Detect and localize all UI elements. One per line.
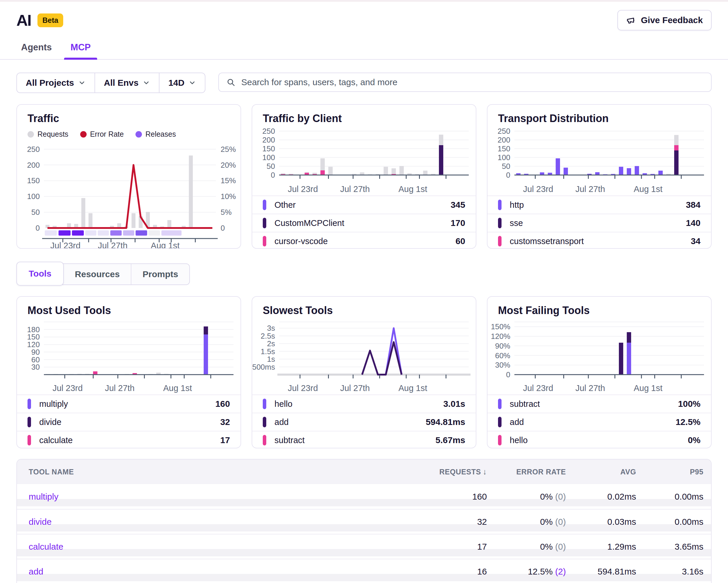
svg-text:100: 100 <box>262 153 275 162</box>
most-used-tools-legend-row-calculate[interactable]: calculate17 <box>17 431 240 448</box>
p95-cell: 0.00ms <box>636 492 703 502</box>
tab-mcp[interactable]: MCP <box>71 42 91 59</box>
error-rate-cell: 0% (0) <box>487 492 566 502</box>
svg-text:Aug 1st: Aug 1st <box>634 184 662 194</box>
date-range-dropdown[interactable]: 14D <box>159 73 205 93</box>
traffic-by-client-legend-row-cursor-vscode[interactable]: cursor-vscode60 <box>252 232 476 249</box>
tool-link-divide[interactable]: divide <box>29 517 399 527</box>
transport-distribution-title: Transport Distribution <box>488 105 711 125</box>
svg-text:2.5s: 2.5s <box>261 332 275 340</box>
svg-text:0: 0 <box>506 370 510 379</box>
svg-text:250: 250 <box>27 145 40 154</box>
p95-cell: 0.00ms <box>636 517 703 527</box>
legend-row-value: 140 <box>686 218 701 228</box>
svg-text:60: 60 <box>31 355 40 364</box>
slowest-tools-legend-row-subtract[interactable]: subtract5.67ms <box>252 431 476 448</box>
legend-row-value: 0% <box>688 435 701 445</box>
subtab-tools[interactable]: Tools <box>17 262 64 286</box>
most-used-tools-legend-row-multiply[interactable]: multiply160 <box>17 395 240 413</box>
env-filter-dropdown[interactable]: All Envs <box>95 73 159 93</box>
tools-table-body: multiply1600% (0)0.02ms0.00msdivide320% … <box>17 484 711 583</box>
entity-subtabs: ToolsResourcesPrompts <box>17 263 190 285</box>
subtab-resources[interactable]: Resources <box>64 264 131 284</box>
give-feedback-button[interactable]: Give Feedback <box>617 10 711 30</box>
error-rate-cell: 0% (0) <box>487 517 566 527</box>
svg-text:50: 50 <box>31 208 40 217</box>
svg-text:30: 30 <box>31 363 40 372</box>
tool-link-multiply[interactable]: multiply <box>29 492 399 502</box>
megaphone-icon <box>626 15 636 25</box>
header-divider <box>0 59 728 60</box>
svg-text:200: 200 <box>27 161 40 170</box>
transport-distribution-legend-row-http[interactable]: http384 <box>488 196 711 214</box>
tool-link-add[interactable]: add <box>29 566 399 577</box>
requests-cell: 17 <box>399 542 487 552</box>
traffic-legend: RequestsError RateReleases <box>17 125 240 138</box>
legend-label: Error Rate <box>90 130 124 138</box>
subtab-prompts[interactable]: Prompts <box>131 264 189 284</box>
slowest-tools-legend-row-add[interactable]: add594.81ms <box>252 413 476 431</box>
filter-group: All Projects All Envs 14D <box>17 73 205 93</box>
svg-text:Jul 27th: Jul 27th <box>105 383 135 393</box>
search-input[interactable] <box>241 77 703 87</box>
svg-text:150: 150 <box>27 332 40 341</box>
traffic-by-client-legend-row-CustomMCPClient[interactable]: CustomMCPClient170 <box>252 214 476 232</box>
column-header-tool-name[interactable]: TOOL NAME <box>29 468 399 476</box>
project-filter-label: All Projects <box>26 78 74 88</box>
window-top-strip <box>0 0 728 2</box>
svg-text:60%: 60% <box>495 351 510 360</box>
svg-text:Jul 23rd: Jul 23rd <box>288 383 318 393</box>
most-failing-tools-title: Most Failing Tools <box>488 297 711 317</box>
traffic-by-client-legend-row-Other[interactable]: Other345 <box>252 196 476 214</box>
most-failing-tools-legend-row-hello[interactable]: hello0% <box>488 431 711 448</box>
svg-text:20%: 20% <box>220 161 236 170</box>
svg-text:Jul 23rd: Jul 23rd <box>288 184 318 194</box>
transport-distribution-legend-row-customssetransport[interactable]: customssetransport34 <box>488 232 711 249</box>
legend-color-chip <box>498 200 501 210</box>
legend-row-label: subtract <box>510 399 540 409</box>
svg-text:150: 150 <box>498 144 510 153</box>
svg-text:500ms: 500ms <box>252 363 275 372</box>
legend-color-chip <box>27 435 31 446</box>
svg-text:250: 250 <box>498 127 510 135</box>
svg-text:Jul 27th: Jul 27th <box>575 184 605 194</box>
column-header-p95[interactable]: P95 <box>636 468 703 476</box>
legend-row-label: cursor-vscode <box>275 236 328 246</box>
most-failing-tools-legend-row-subtract[interactable]: subtract100% <box>488 395 711 413</box>
svg-text:Jul 27th: Jul 27th <box>575 383 605 393</box>
env-filter-label: All Envs <box>104 78 138 88</box>
most-used-tools-legend-row-divide[interactable]: divide32 <box>17 413 240 431</box>
p95-cell: 3.65ms <box>636 542 703 552</box>
table-row-divide: divide320% (0)0.03ms0.00ms <box>17 509 711 534</box>
legend-row-label: add <box>275 417 288 427</box>
legend-row-label: hello <box>510 435 527 445</box>
charts-row-2: Most Used Tools306090120150180Jul 23rdJu… <box>17 296 711 448</box>
svg-text:100: 100 <box>498 153 510 162</box>
chevron-down-icon <box>188 79 196 86</box>
svg-text:10%: 10% <box>220 192 236 201</box>
legend-label: Releases <box>146 130 176 138</box>
column-header-requests[interactable]: REQUESTS↓ <box>399 467 487 477</box>
svg-text:150: 150 <box>27 176 40 185</box>
legend-row-value: 170 <box>451 218 465 228</box>
legend-row-label: subtract <box>275 435 305 445</box>
slowest-tools-legend-row-hello[interactable]: hello3.01s <box>252 395 476 413</box>
legend-row-label: calculate <box>39 435 73 445</box>
column-header-error-rate[interactable]: ERROR RATE <box>487 468 566 476</box>
tool-link-calculate[interactable]: calculate <box>29 542 399 552</box>
tools-table: TOOL NAMEREQUESTS↓ERROR RATEAVGP95 multi… <box>17 459 711 583</box>
legend-dot-icon <box>135 131 142 137</box>
project-filter-dropdown[interactable]: All Projects <box>17 73 95 93</box>
filter-row: All Projects All Envs 14D <box>17 73 711 93</box>
page-title: AI <box>17 11 31 29</box>
tab-agents[interactable]: Agents <box>21 42 52 59</box>
slowest-tools-card: Slowest Tools500ms1s1.5s2s2.5s3sJul 23rd… <box>252 296 476 448</box>
legend-item-releases: Releases <box>135 130 176 138</box>
legend-row-value: 32 <box>220 417 230 427</box>
column-header-avg[interactable]: AVG <box>566 468 636 476</box>
legend-dot-icon <box>27 131 34 137</box>
transport-distribution-legend-row-sse[interactable]: sse140 <box>488 214 711 232</box>
search-bar[interactable] <box>218 73 711 92</box>
most-failing-tools-legend-row-add[interactable]: add12.5% <box>488 413 711 431</box>
legend-row-value: 160 <box>215 399 230 409</box>
